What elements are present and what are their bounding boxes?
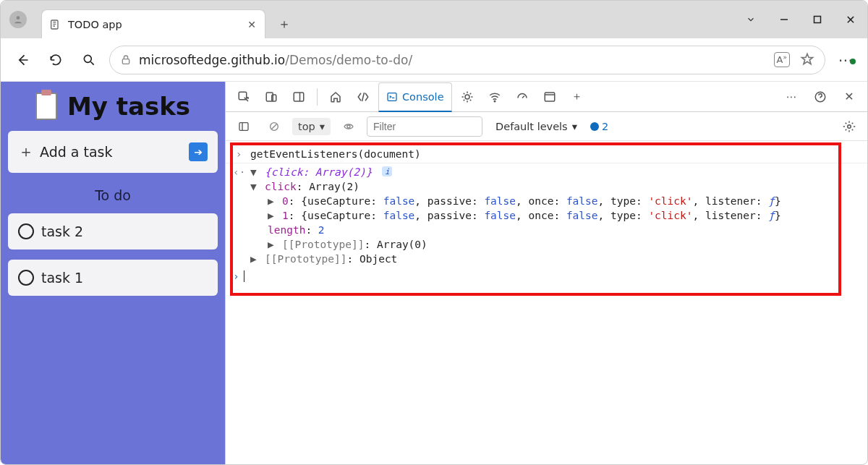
svg-point-3: [84, 55, 91, 62]
inspect-element-button[interactable]: [231, 85, 256, 109]
devtools-more-button[interactable]: ⋯: [779, 85, 804, 109]
app-title: My tasks: [8, 92, 218, 121]
help-button[interactable]: [808, 85, 833, 109]
more-tabs-button[interactable]: ＋: [565, 85, 590, 109]
url-field[interactable]: microsoftedge.github.io/Demos/demo-to-do…: [109, 46, 825, 74]
task-item[interactable]: task 1: [8, 260, 218, 296]
page-icon: [49, 19, 61, 30]
tab-elements[interactable]: [351, 85, 375, 109]
issue-dot-icon: [590, 122, 599, 131]
add-task-label: Add a task: [40, 144, 113, 160]
array-entry-row[interactable]: ▶0: {useCapture: false, passive: false, …: [233, 194, 860, 208]
svg-point-16: [347, 125, 350, 128]
context-selector[interactable]: top ▾: [292, 118, 331, 135]
console-prompt[interactable]: ›: [233, 270, 860, 282]
svg-rect-9: [388, 93, 396, 101]
task-item[interactable]: task 2: [8, 213, 218, 249]
expand-triangle-icon[interactable]: ▶: [268, 239, 276, 250]
tab-sources[interactable]: [455, 85, 480, 109]
device-toggle-button[interactable]: [259, 85, 284, 109]
close-window-button[interactable]: ✕: [834, 1, 867, 38]
task-checkbox[interactable]: [18, 270, 34, 286]
task-label: task 1: [41, 270, 83, 286]
console-input-text: getEventListeners(document): [250, 148, 421, 160]
svg-rect-2: [814, 17, 821, 23]
clear-console-button[interactable]: [262, 114, 286, 139]
console-output: › getEventListeners(document) ‹· ▼ {clic…: [226, 141, 867, 464]
levels-label: Default levels: [495, 121, 568, 132]
back-button[interactable]: [9, 47, 35, 73]
filter-input[interactable]: [367, 116, 482, 137]
issues-count: 2: [602, 121, 608, 132]
devtools-close-button[interactable]: ✕: [837, 85, 861, 109]
tab-console[interactable]: Console: [378, 82, 452, 112]
browser-more-button[interactable]: ⋯: [833, 51, 859, 69]
minimize-button[interactable]: [767, 1, 801, 38]
svg-rect-8: [294, 93, 304, 101]
url-text: microsoftedge.github.io/Demos/demo-to-do…: [139, 53, 412, 67]
array-entry-row[interactable]: ▶1: {useCapture: false, passive: false, …: [233, 208, 860, 223]
issues-button[interactable]: 2: [590, 121, 608, 132]
expand-triangle-icon[interactable]: ▼: [250, 181, 259, 192]
svg-point-17: [848, 124, 851, 128]
console-result-row[interactable]: ‹· ▼ {click: Array(2)} i: [233, 165, 860, 179]
tab-close-button[interactable]: ✕: [247, 19, 256, 30]
console-tab-label: Console: [402, 91, 444, 103]
clipboard-icon: [35, 93, 57, 120]
devtools-toolbar: Console ＋ ⋯ ✕: [226, 82, 867, 112]
notification-dot-icon: [850, 59, 856, 64]
prompt-caret-icon: ›: [233, 270, 239, 282]
object-property-row[interactable]: ▶ [[Prototype]]: Array(0): [233, 237, 860, 252]
live-expression-button[interactable]: [336, 114, 361, 139]
avatar-icon: [9, 11, 27, 28]
url-path: /Demos/demo-to-do/: [285, 53, 412, 67]
search-button[interactable]: [76, 47, 102, 73]
app-title-text: My tasks: [67, 92, 190, 121]
object-property-row[interactable]: ▼ click: Array(2): [233, 179, 860, 194]
expand-triangle-icon[interactable]: ▶: [250, 253, 259, 265]
prop-key: click: [265, 181, 297, 192]
maximize-button[interactable]: [801, 1, 834, 38]
favorite-button[interactable]: [800, 52, 814, 67]
submit-arrow-button[interactable]: ➔: [189, 142, 208, 161]
output-caret-icon: ‹·: [233, 166, 244, 178]
expand-triangle-icon[interactable]: ▶: [268, 195, 276, 207]
refresh-button[interactable]: [43, 47, 69, 73]
tab-network[interactable]: [482, 85, 507, 109]
chevron-down-icon[interactable]: [734, 1, 767, 38]
chevron-down-icon: ▾: [320, 121, 325, 132]
task-checkbox[interactable]: [18, 223, 34, 239]
tab-application[interactable]: [537, 85, 562, 109]
context-label: top: [298, 121, 315, 132]
url-host: microsoftedge.github.io: [139, 53, 285, 67]
tab-welcome[interactable]: [323, 85, 348, 109]
log-levels-selector[interactable]: Default levels ▾: [495, 121, 577, 132]
browser-titlebar: TODO app ✕ ＋ ✕: [1, 1, 867, 38]
prop-key: [[Prototype]]: [282, 239, 365, 250]
svg-rect-4: [122, 59, 129, 64]
console-input-row: › getEventListeners(document): [233, 147, 860, 161]
read-aloud-icon[interactable]: A»: [774, 52, 790, 67]
new-tab-button[interactable]: ＋: [271, 11, 297, 37]
console-settings-button[interactable]: [837, 114, 861, 139]
expand-triangle-icon[interactable]: ▶: [268, 210, 276, 221]
tab-performance[interactable]: [510, 85, 535, 109]
address-bar: microsoftedge.github.io/Demos/demo-to-do…: [1, 38, 867, 82]
object-property-row[interactable]: ▶ [[Prototype]]: Object: [233, 252, 860, 266]
dock-side-button[interactable]: [286, 85, 311, 109]
browser-tab[interactable]: TODO app ✕: [41, 9, 265, 38]
object-property-row[interactable]: length: 2: [233, 223, 860, 237]
info-icon[interactable]: i: [382, 166, 392, 176]
console-sidebar-toggle[interactable]: [231, 114, 256, 139]
result-summary: {click: Array(2)}: [265, 166, 372, 178]
prop-value: Object: [359, 253, 397, 265]
svg-point-11: [494, 101, 495, 102]
todo-app-pane: My tasks ＋ Add a task ➔ To do task 2 tas…: [1, 82, 225, 464]
task-label: task 2: [41, 223, 83, 239]
prop-value: Array(0): [377, 239, 427, 250]
section-label: To do: [8, 187, 218, 203]
svg-point-10: [465, 95, 469, 99]
profile-button[interactable]: [1, 1, 35, 38]
expand-triangle-icon[interactable]: ▼: [250, 166, 259, 178]
add-task-button[interactable]: ＋ Add a task ➔: [8, 131, 218, 173]
